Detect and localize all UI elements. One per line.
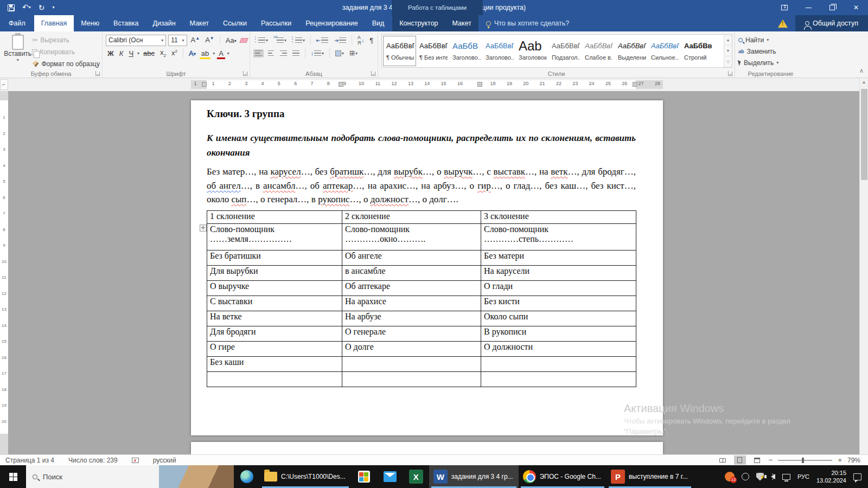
table-helper-cell[interactable]: Слово-помощник…………окно………. [342,223,481,250]
web-layout-button[interactable] [751,455,763,465]
style-card[interactable]: АаБбВвГгВыделение [615,36,648,66]
table-cell[interactable] [207,371,342,387]
network-icon[interactable] [782,474,790,480]
chrome-taskbar-button[interactable]: ЭПОС - Google Ch... [519,465,607,488]
horizontal-ruler[interactable]: 1123456789101112131415161819202122232425… [191,80,663,89]
copy-button[interactable]: Копировать [32,47,100,57]
text-effects-button[interactable]: А▾ [187,49,197,57]
find-button[interactable]: Найти▾ [738,34,804,46]
underline-button[interactable]: Ч [127,49,135,57]
table-cell[interactable]: Без каши [207,356,342,371]
table-cell[interactable]: О глади [481,280,636,296]
change-case-button[interactable]: Аа▾ [224,36,238,44]
contextual-ribbon-tab[interactable]: Макет [445,15,478,31]
zoom-out-button[interactable]: − [769,456,773,464]
store-taskbar-button[interactable] [351,465,377,488]
table-cell[interactable]: О генерале [342,326,481,341]
language-switcher[interactable]: РУС [797,473,809,480]
news-widget-thumbnail[interactable] [159,465,234,488]
table-cell[interactable] [481,356,636,371]
table-cell[interactable]: На ветке [207,311,342,326]
notification-app-icon[interactable]: 13 [725,472,735,481]
clock[interactable]: 20:15 13.02.2024 [816,469,846,484]
table-cell[interactable]: Для бродяги [207,326,342,341]
word-count[interactable]: Число слов: 239 [68,457,118,464]
ribbon-tab[interactable]: Вставка [106,15,145,31]
superscript-button[interactable]: x2 [170,49,179,57]
sort-button[interactable]: АЯ↓ [356,34,366,47]
mail-taskbar-button[interactable] [377,465,403,488]
print-layout-button[interactable] [734,455,746,465]
document-page[interactable]: Ключи. 3 группа К именам существительным… [191,100,663,435]
zoom-level[interactable]: 79% [847,457,860,464]
table-helper-cell[interactable]: Слово-помощник…………степь………… [481,223,636,250]
styles-dialog-launcher[interactable] [728,71,733,76]
increase-indent-button[interactable]: ⇥ [332,36,347,44]
table-cell[interactable]: С выставки [207,296,342,311]
strikethrough-button[interactable]: abc [142,49,156,57]
borders-button[interactable]: ⊞▾ [348,48,359,58]
select-button[interactable]: Выделить▾ [738,57,804,68]
style-card[interactable]: АаБбВвГгСильное... [648,36,681,66]
table-cell[interactable] [342,356,481,371]
align-right-button[interactable] [278,49,289,57]
table-cell[interactable]: О выручке [207,280,342,296]
subscript-button[interactable]: x2 [158,48,168,58]
share-button[interactable]: Общий доступ [795,15,868,31]
align-left-button[interactable] [253,49,264,57]
zoom-in-button[interactable]: + [838,456,842,464]
collapse-ribbon-button[interactable]: ∧ [859,67,864,74]
bullets-button[interactable]: ▾ [253,36,270,44]
word-taskbar-button[interactable]: W задания для 3 4 гр... [429,465,519,488]
table-cell[interactable]: О долге [342,341,481,356]
line-spacing-button[interactable]: ↕▾ [309,49,326,57]
vertical-scrollbar[interactable]: ▲ [859,78,868,454]
italic-button[interactable]: К [118,49,125,57]
powerpoint-taskbar-button[interactable]: P выступление в 7 г... [607,465,693,488]
tab-stop-selector[interactable]: ⌐ [0,79,8,90]
bold-button[interactable]: Ж [106,49,116,57]
tray-ring-icon[interactable] [742,473,749,480]
minimize-button[interactable] [796,0,820,15]
shrink-font-button[interactable]: А▼ [203,36,216,44]
ribbon-tab[interactable]: Вид [365,15,392,31]
table-helper-cell[interactable]: Слово-помощник……земля…………… [207,223,342,250]
table-cell[interactable]: Без братишки [207,250,342,265]
paragraph-dialog-launcher[interactable] [371,71,376,76]
start-button[interactable] [0,465,26,488]
ribbon-tab[interactable]: Главная [34,15,74,31]
table-header-cell[interactable]: 3 склонение [481,210,636,223]
page-indicator[interactable]: Страница 1 из 4 [5,457,54,464]
table-cell[interactable]: Без кисти [481,296,636,311]
format-painter-button[interactable]: Формат по образцу [32,59,100,69]
table-cell[interactable]: Об ангеле [342,250,481,265]
highlight-button[interactable]: ab [200,49,210,57]
align-center-button[interactable] [266,49,276,57]
table-cell[interactable]: На арахисе [342,296,481,311]
style-card[interactable]: АаБбВвГг,¶ Обычный [383,36,416,66]
replace-button[interactable]: abЗаменить [738,46,804,57]
declension-table[interactable]: 1 склонение2 склонение3 склонениеСлово-п… [207,210,636,387]
style-card[interactable]: АabЗаголовок [515,36,548,66]
style-card[interactable]: АаБбВвГг,¶ Без инте... [416,36,449,66]
proofing-errors-icon[interactable]: ✗ [132,458,139,463]
restore-button[interactable] [820,0,844,15]
table-cell[interactable]: На арбузе [342,311,481,326]
ribbon-tab[interactable]: Дизайн [146,15,183,31]
justify-button[interactable] [291,49,301,57]
table-move-handle[interactable]: ✛ [200,224,207,232]
explorer-taskbar-button[interactable]: C:\Users\T1000\Des... [260,465,351,488]
table-header-cell[interactable]: 2 склонение [342,210,481,223]
paste-button[interactable]: Вставить ▾ [3,34,32,69]
font-family-combo[interactable]: Calibri (Осн▾ [106,35,166,46]
defender-shield-icon[interactable] [756,473,764,481]
activation-warning-icon[interactable] [778,20,788,28]
cut-button[interactable]: ✂ Вырезать [32,35,100,46]
next-page-top[interactable] [191,442,663,454]
ribbon-display-options-button[interactable] [773,0,796,15]
style-card[interactable]: АаБбВвГЗаголово... [482,36,515,66]
clear-formatting-button[interactable] [239,38,248,43]
clipboard-dialog-launcher[interactable] [95,71,100,76]
show-marks-button[interactable]: ¶ [368,35,375,46]
table-cell[interactable] [342,371,481,387]
